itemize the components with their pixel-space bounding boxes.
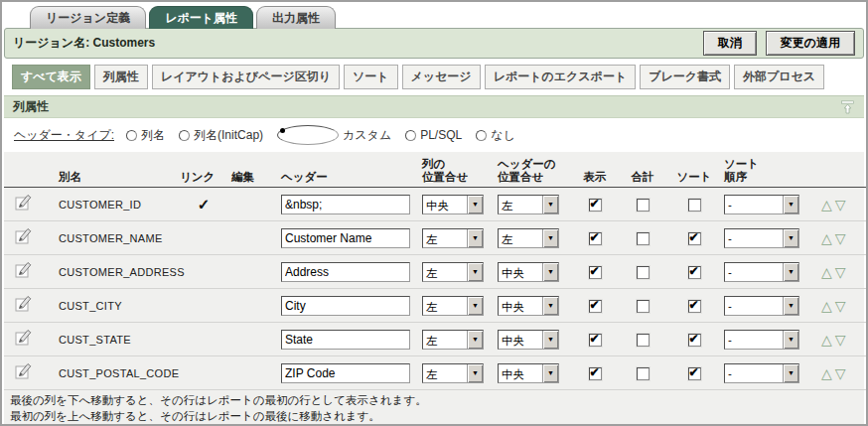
header-alignment-select[interactable]: 中央▼ <box>498 296 559 316</box>
header-type-option[interactable]: カスタム <box>277 125 391 145</box>
sum-checkbox[interactable] <box>637 232 650 245</box>
filter-button[interactable]: ブレーク書式 <box>640 65 730 89</box>
filter-button[interactable]: メッセージ <box>402 65 481 89</box>
edit-row-icon[interactable] <box>6 362 33 384</box>
header-alignment-select[interactable]: 中央▼ <box>498 330 559 350</box>
sort-checkbox[interactable] <box>688 266 701 279</box>
move-up-icon[interactable]: △ <box>821 332 832 348</box>
sort-checkbox[interactable] <box>688 367 701 380</box>
header-type-option[interactable]: なし <box>476 127 515 144</box>
sort-sequence-select[interactable]: -▼ <box>724 296 799 316</box>
sort-sequence-select[interactable]: -▼ <box>724 195 799 214</box>
section-title: 列属性 <box>13 98 49 115</box>
move-down-icon[interactable]: ▽ <box>835 230 846 246</box>
chevron-down-icon: ▼ <box>542 331 558 349</box>
header-alignment-header: ヘッダーの 位置合せ <box>496 152 571 188</box>
chevron-down-icon: ▼ <box>783 297 798 315</box>
apply-changes-button[interactable]: 変更の適用 <box>766 31 855 56</box>
column-alignment-select[interactable]: 左▼ <box>422 330 484 350</box>
chevron-down-icon: ▼ <box>542 229 558 247</box>
tab-item[interactable]: 出力属性 <box>256 6 336 29</box>
edit-row-icon[interactable] <box>6 261 33 283</box>
header-text-input[interactable] <box>281 228 410 248</box>
move-up-icon[interactable]: △ <box>821 197 832 213</box>
chevron-down-icon: ▼ <box>542 364 558 382</box>
filter-button[interactable]: ソート <box>344 65 398 89</box>
move-up-icon[interactable]: △ <box>821 298 832 314</box>
sum-checkbox[interactable] <box>637 199 650 212</box>
collapse-to-top-icon[interactable] <box>840 100 855 114</box>
column-alignment-select[interactable]: 左▼ <box>422 296 484 316</box>
sort-checkbox[interactable] <box>688 300 701 313</box>
table-header-row: 別名 リンク 編集 ヘッダー 列の 位置合せ ヘッダーの 位置合せ 表示 合計 … <box>4 152 868 188</box>
move-down-icon[interactable]: ▽ <box>835 365 846 381</box>
sum-checkbox[interactable] <box>637 334 650 347</box>
header-alignment-select[interactable]: 中央▼ <box>498 363 559 383</box>
header-alignment-select[interactable]: 左▼ <box>498 228 559 248</box>
region-name-bar: リージョン名: Customers 取消 変更の適用 <box>4 28 864 59</box>
sort-sequence-select[interactable]: -▼ <box>724 330 799 350</box>
radio-icon[interactable] <box>277 125 339 145</box>
sort-checkbox[interactable] <box>688 199 701 212</box>
edit-row-icon[interactable] <box>6 227 33 249</box>
header-type-option[interactable]: 列名 <box>126 127 165 144</box>
show-checkbox[interactable] <box>589 367 602 380</box>
region-name-label: リージョン名: Customers <box>13 35 155 52</box>
radio-icon[interactable] <box>476 130 487 141</box>
sort-sequence-select[interactable]: -▼ <box>724 363 799 383</box>
filter-button[interactable]: レポートのエクスポート <box>485 65 637 89</box>
header-type-option[interactable]: PL/SQL <box>405 128 462 142</box>
filter-button[interactable]: 列属性 <box>94 65 148 89</box>
move-up-icon[interactable]: △ <box>821 264 832 280</box>
radio-icon[interactable] <box>179 130 190 141</box>
radio-icon[interactable] <box>405 130 416 141</box>
edit-row-icon[interactable] <box>6 194 33 215</box>
edit-indicator <box>229 356 279 390</box>
edit-row-icon[interactable] <box>6 329 33 351</box>
column-attributes-grid: 別名 リンク 編集 ヘッダー 列の 位置合せ ヘッダーの 位置合せ 表示 合計 … <box>4 152 864 390</box>
cancel-button[interactable]: 取消 <box>703 31 757 56</box>
show-checkbox[interactable] <box>589 232 602 245</box>
column-alignment-select[interactable]: 中央▼ <box>422 195 484 214</box>
move-down-icon[interactable]: ▽ <box>835 197 846 213</box>
header-alignment-select[interactable]: 中央▼ <box>498 262 559 282</box>
header-alignment-select[interactable]: 左▼ <box>498 195 559 214</box>
sort-checkbox[interactable] <box>688 232 701 245</box>
filter-button[interactable]: すべて表示 <box>12 65 90 89</box>
header-type-label[interactable]: ヘッダー・タイプ: <box>14 127 114 144</box>
sum-checkbox[interactable] <box>637 300 650 313</box>
tab-item[interactable]: リージョン定義 <box>30 6 146 29</box>
move-down-icon[interactable]: ▽ <box>835 298 846 314</box>
header-text-input[interactable] <box>281 195 410 214</box>
move-down-icon[interactable]: ▽ <box>835 264 846 280</box>
header-text-input[interactable] <box>281 330 410 350</box>
show-checkbox[interactable] <box>589 266 602 279</box>
header-text-input[interactable] <box>281 296 410 316</box>
sum-checkbox[interactable] <box>637 367 650 380</box>
column-alignment-select[interactable]: 左▼ <box>422 262 484 282</box>
column-alignment-select[interactable]: 左▼ <box>422 363 484 383</box>
column-alignment-select[interactable]: 左▼ <box>422 228 484 248</box>
filter-button[interactable]: 外部プロセス <box>734 65 824 89</box>
sum-checkbox[interactable] <box>637 266 650 279</box>
tab-item[interactable]: レポート属性 <box>149 6 253 29</box>
edit-header: 編集 <box>229 152 279 188</box>
radio-icon[interactable] <box>126 130 137 141</box>
header-text-input[interactable] <box>281 262 410 282</box>
sort-checkbox[interactable] <box>688 334 701 347</box>
show-checkbox[interactable] <box>589 300 602 313</box>
show-checkbox[interactable] <box>589 334 602 347</box>
header-type-option[interactable]: 列名(InitCap) <box>179 127 263 144</box>
move-up-icon[interactable]: △ <box>821 365 832 381</box>
sort-sequence-select[interactable]: -▼ <box>724 262 799 282</box>
table-row: CUSTOMER_ID ✓ 中央▼ 左▼ -▼ △▽ <box>4 188 868 221</box>
header-text-input[interactable] <box>281 363 410 383</box>
radio-label: 列名 <box>141 127 165 144</box>
edit-row-icon[interactable] <box>6 295 33 317</box>
move-down-icon[interactable]: ▽ <box>835 332 846 348</box>
show-checkbox[interactable] <box>589 199 602 212</box>
chevron-down-icon: ▼ <box>467 196 483 213</box>
move-up-icon[interactable]: △ <box>821 230 832 246</box>
filter-button[interactable]: レイアウトおよびページ区切り <box>152 65 340 89</box>
sort-sequence-select[interactable]: -▼ <box>724 228 799 248</box>
